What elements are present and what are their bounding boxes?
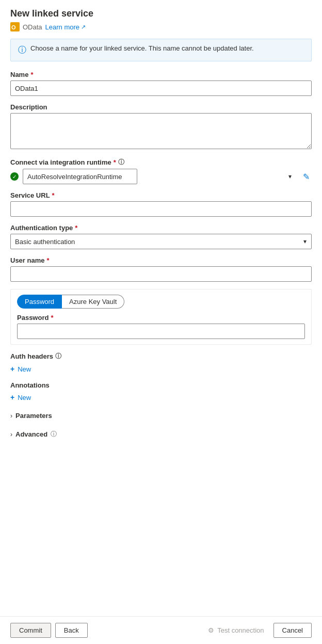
parameters-section: › Parameters: [10, 410, 312, 422]
connect-runtime-label: Connect via integration runtime * ⓘ: [10, 158, 312, 167]
auth-type-wrapper: Basic authentication Anonymous Windows a…: [10, 234, 312, 249]
subtitle-row: O OData Learn more ↗: [10, 22, 312, 31]
password-tab[interactable]: Password: [17, 295, 62, 309]
bottom-bar: Commit Back ⚙ Test connection Cancel: [0, 616, 322, 644]
parameters-label: Parameters: [15, 412, 52, 420]
required-star-auth: *: [75, 224, 77, 232]
learn-more-text: Learn more: [45, 23, 79, 31]
info-text: Choose a name for your linked service. T…: [30, 44, 254, 52]
annotations-add-new[interactable]: + New: [10, 391, 312, 404]
service-url-label: Service URL *: [10, 191, 312, 199]
name-field-group: Name *: [10, 71, 312, 96]
auth-type-label: Authentication type *: [10, 224, 312, 232]
svg-text:O: O: [11, 24, 16, 30]
password-section: Password Azure Key Vault Password *: [10, 289, 312, 345]
advanced-label: Advanced: [15, 430, 47, 438]
subtitle-label: OData: [23, 23, 42, 31]
add-new-icon: +: [10, 365, 14, 373]
auth-headers-section: Auth headers ⓘ + New: [10, 352, 312, 375]
auth-headers-label: Auth headers ⓘ: [10, 352, 312, 361]
auth-type-select[interactable]: Basic authentication Anonymous Windows a…: [10, 234, 312, 249]
runtime-select[interactable]: AutoResolveIntegrationRuntime: [23, 169, 137, 184]
description-field-group: Description: [10, 103, 312, 151]
parameters-chevron-icon: ›: [10, 412, 12, 420]
required-star: *: [30, 71, 33, 78]
advanced-info-icon[interactable]: ⓘ: [51, 430, 57, 439]
password-label: Password *: [17, 314, 305, 321]
advanced-expandable[interactable]: › Advanced ⓘ: [10, 428, 312, 441]
parameters-expandable[interactable]: › Parameters: [10, 410, 312, 422]
runtime-edit-icon[interactable]: ✎: [301, 170, 312, 184]
user-name-field-group: User name *: [10, 256, 312, 282]
user-name-label: User name *: [10, 256, 312, 264]
required-star-password: *: [51, 314, 53, 321]
auth-headers-add-new[interactable]: + New: [10, 363, 312, 375]
service-url-input[interactable]: [10, 201, 312, 217]
runtime-dropdown-wrapper: ✓ AutoResolveIntegrationRuntime ✎: [10, 169, 312, 184]
required-star-url: *: [52, 191, 55, 199]
info-icon: ⓘ: [18, 45, 26, 56]
password-tab-group: Password Azure Key Vault: [17, 295, 305, 309]
password-input[interactable]: [17, 324, 305, 339]
test-connection-button[interactable]: ⚙ Test connection: [203, 623, 269, 637]
auth-type-field-group: Authentication type * Basic authenticati…: [10, 224, 312, 249]
runtime-info-icon[interactable]: ⓘ: [118, 158, 124, 167]
back-button[interactable]: Back: [55, 623, 88, 638]
annotations-label: Annotations: [10, 381, 312, 389]
annotations-new-label: New: [18, 394, 31, 401]
password-field-group: Password *: [17, 314, 305, 339]
auth-headers-new-label: New: [18, 365, 31, 373]
connection-plug-icon: ⚙: [208, 626, 214, 634]
auth-headers-info-icon[interactable]: ⓘ: [55, 352, 61, 361]
info-banner: ⓘ Choose a name for your linked service.…: [10, 39, 312, 61]
name-label: Name *: [10, 71, 312, 78]
description-input[interactable]: [10, 113, 312, 149]
annotations-add-icon: +: [10, 393, 14, 401]
runtime-status-check: ✓: [10, 172, 19, 181]
description-label: Description: [10, 103, 312, 111]
cancel-button[interactable]: Cancel: [273, 623, 312, 638]
annotations-section: Annotations + New: [10, 381, 312, 404]
connect-runtime-field-group: Connect via integration runtime * ⓘ ✓ Au…: [10, 158, 312, 184]
azure-key-vault-tab[interactable]: Azure Key Vault: [62, 295, 124, 309]
commit-button[interactable]: Commit: [10, 623, 51, 638]
advanced-section: › Advanced ⓘ: [10, 428, 312, 441]
name-input[interactable]: [10, 81, 312, 96]
page-title: New linked service: [10, 8, 312, 19]
advanced-chevron-icon: ›: [10, 431, 12, 438]
learn-more-link[interactable]: Learn more ↗: [45, 23, 86, 31]
external-link-icon: ↗: [81, 24, 86, 30]
user-name-input[interactable]: [10, 266, 312, 282]
odata-icon: O: [10, 22, 20, 31]
required-star-runtime: *: [114, 158, 116, 166]
service-url-field-group: Service URL *: [10, 191, 312, 217]
required-star-username: *: [46, 256, 49, 264]
test-connection-label: Test connection: [217, 626, 264, 634]
